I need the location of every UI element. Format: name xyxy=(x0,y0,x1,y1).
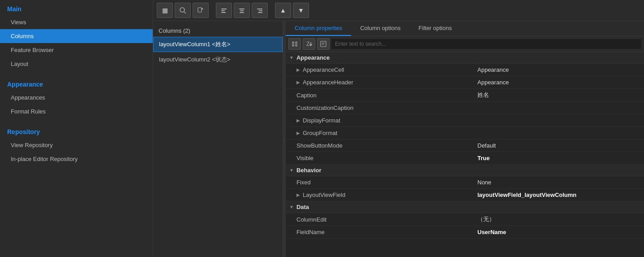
prop-row-customization-caption[interactable]: CustomizationCaption xyxy=(286,102,644,114)
svg-rect-16 xyxy=(292,45,294,46)
svg-rect-2 xyxy=(198,8,202,12)
prop-name-fixed: Fixed xyxy=(286,177,474,188)
group-header-data[interactable]: ▼ Data xyxy=(286,201,644,213)
prop-name-column-edit: ColumnEdit xyxy=(286,214,474,225)
prop-value-visible: True xyxy=(474,152,644,164)
prop-name-field-name: FieldName xyxy=(286,227,474,238)
svg-rect-11 xyxy=(257,9,262,9)
expand-arrow-appearance-header: ▶ xyxy=(296,80,300,85)
prop-name-layout-view-field: ▶ LayoutViewField xyxy=(286,189,474,200)
toolbar-btn-export[interactable] xyxy=(193,3,209,18)
sidebar-item-view-repository[interactable]: View Repository xyxy=(0,138,153,152)
svg-rect-9 xyxy=(240,10,244,11)
prop-row-field-name[interactable]: FieldName UserName xyxy=(286,226,644,239)
svg-rect-17 xyxy=(295,42,297,43)
prop-row-layout-view-field[interactable]: ▶ LayoutViewField layoutViewField_layout… xyxy=(286,189,644,201)
expand-arrow-layout-view-field: ▶ xyxy=(296,192,300,197)
prop-row-visible[interactable]: Visible True xyxy=(286,152,644,165)
group-header-appearance[interactable]: ▼ Appearance xyxy=(286,52,644,64)
column-item-2[interactable]: layoutViewColumn2 <状态> xyxy=(153,52,283,67)
prop-value-fixed: None xyxy=(474,177,644,188)
toolbar-btn-align-left[interactable] xyxy=(216,3,232,18)
sidebar-item-columns[interactable]: Columns xyxy=(0,29,153,43)
sidebar-item-inplace-editor-repository[interactable]: In-place Editor Repository xyxy=(0,152,153,166)
sidebar-section-main: Main Views Columns Feature Browser Layou… xyxy=(0,0,153,71)
svg-rect-19 xyxy=(295,45,297,46)
toolbar-btn-up[interactable]: ▲ xyxy=(275,3,291,18)
prop-row-column-edit[interactable]: ColumnEdit （无） xyxy=(286,213,644,226)
svg-line-1 xyxy=(184,12,186,13)
main-content: ▦ xyxy=(153,0,644,257)
svg-rect-14 xyxy=(292,42,294,43)
sidebar-item-layout[interactable]: Layout xyxy=(0,57,153,71)
prop-name-caption: Caption xyxy=(286,90,474,101)
prop-value-field-name: UserName xyxy=(474,227,644,238)
svg-rect-18 xyxy=(295,44,297,44)
prop-value-column-edit: （无） xyxy=(474,213,644,226)
prop-row-fixed[interactable]: Fixed None xyxy=(286,176,644,189)
prop-row-caption[interactable]: Caption 姓名 xyxy=(286,89,644,102)
columns-panel: Columns (2) layoutViewColumn1 <姓名> layou… xyxy=(153,21,283,257)
prop-row-display-format[interactable]: ▶ DisplayFormat xyxy=(286,114,644,127)
props-btn-sorted[interactable]: Z xyxy=(303,38,315,50)
svg-point-0 xyxy=(180,8,185,12)
sidebar-header-appearance: Appearance xyxy=(0,75,153,91)
svg-rect-5 xyxy=(221,9,227,9)
svg-text:Z: Z xyxy=(306,41,309,47)
sidebar-item-format-rules[interactable]: Format Rules xyxy=(0,105,153,118)
chevron-icon-data: ▼ xyxy=(289,205,294,209)
group-label-behavior: Behavior xyxy=(296,167,322,174)
prop-value-appearance-cell: Appearance xyxy=(474,64,644,75)
prop-row-group-format[interactable]: ▶ GroupFormat xyxy=(286,127,644,139)
toolbar-btn-align-center[interactable] xyxy=(234,3,250,18)
prop-value-group-format xyxy=(474,131,644,135)
prop-name-group-format: ▶ GroupFormat xyxy=(286,127,474,139)
sidebar-item-appearances[interactable]: Appearances xyxy=(0,91,153,105)
toolbar-btn-search[interactable] xyxy=(175,3,191,18)
svg-rect-13 xyxy=(258,12,262,13)
prop-name-visible: Visible xyxy=(286,152,474,164)
group-header-behavior[interactable]: ▼ Behavior xyxy=(286,165,644,176)
properties-table: ▼ Appearance ▶ AppearanceCell Appearance… xyxy=(286,52,644,257)
prop-value-appearance-header: Appearance xyxy=(474,77,644,88)
props-search-input[interactable] xyxy=(331,39,641,49)
expand-arrow-group-format: ▶ xyxy=(296,131,300,135)
properties-panel: Column properties Column options Filter … xyxy=(286,21,644,257)
props-btn-edit[interactable] xyxy=(317,38,330,50)
svg-rect-6 xyxy=(221,10,225,11)
sidebar-item-feature-browser[interactable]: Feature Browser xyxy=(0,43,153,57)
group-label-appearance: Appearance xyxy=(296,54,330,61)
column-item-1[interactable]: layoutViewColumn1 <姓名> xyxy=(153,37,283,52)
toolbar-btn-grid[interactable]: ▦ xyxy=(157,3,173,18)
sidebar: Main Views Columns Feature Browser Layou… xyxy=(0,0,153,257)
main-toolbar: ▦ xyxy=(153,0,644,21)
prop-row-appearance-cell[interactable]: ▶ AppearanceCell Appearance xyxy=(286,64,644,76)
prop-value-layout-view-field: layoutViewField_layoutViewColumn xyxy=(474,189,644,200)
prop-name-customization-caption: CustomizationCaption xyxy=(286,102,474,113)
tab-filter-options[interactable]: Filter options xyxy=(410,21,461,36)
toolbar-btn-down[interactable]: ▼ xyxy=(293,3,309,18)
sidebar-header-repository: Repository xyxy=(0,123,153,138)
sidebar-item-views[interactable]: Views xyxy=(0,15,153,29)
props-btn-categorized[interactable] xyxy=(288,38,301,50)
prop-row-show-button-mode[interactable]: ShowButtonMode Default xyxy=(286,139,644,152)
sidebar-section-repository: Repository View Repository In-place Edit… xyxy=(0,123,153,166)
svg-rect-15 xyxy=(292,44,294,44)
tabs-container: Column properties Column options Filter … xyxy=(286,21,644,36)
prop-value-caption: 姓名 xyxy=(474,89,644,101)
props-toolbar: Z xyxy=(286,36,644,52)
prop-value-show-button-mode: Default xyxy=(474,140,644,151)
content-area: Columns (2) layoutViewColumn1 <姓名> layou… xyxy=(153,21,644,257)
columns-panel-header: Columns (2) xyxy=(153,25,283,37)
prop-name-show-button-mode: ShowButtonMode xyxy=(286,140,474,151)
svg-rect-7 xyxy=(221,12,226,13)
tab-column-options[interactable]: Column options xyxy=(351,21,409,36)
chevron-icon-behavior: ▼ xyxy=(289,168,294,173)
prop-row-appearance-header[interactable]: ▶ AppearanceHeader Appearance xyxy=(286,76,644,89)
toolbar-btn-align-right[interactable] xyxy=(252,3,268,18)
chevron-icon-appearance: ▼ xyxy=(289,55,294,60)
expand-arrow-display-format: ▶ xyxy=(296,118,300,123)
expand-arrow-appearance-cell: ▶ xyxy=(296,67,300,72)
prop-name-appearance-cell: ▶ AppearanceCell xyxy=(286,64,474,75)
tab-column-properties[interactable]: Column properties xyxy=(286,21,351,36)
